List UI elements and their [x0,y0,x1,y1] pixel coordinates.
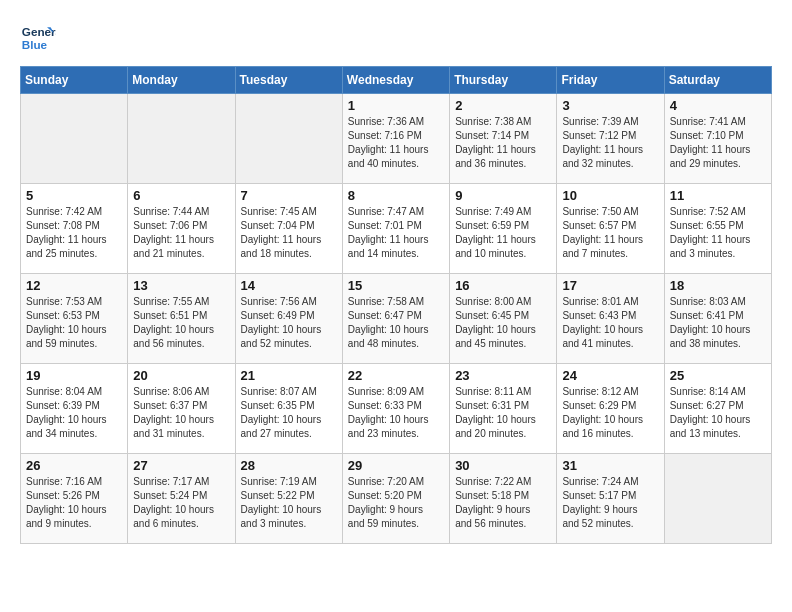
calendar-cell: 3Sunrise: 7:39 AM Sunset: 7:12 PM Daylig… [557,94,664,184]
day-info: Sunrise: 7:55 AM Sunset: 6:51 PM Dayligh… [133,295,229,351]
day-info: Sunrise: 7:22 AM Sunset: 5:18 PM Dayligh… [455,475,551,531]
calendar-table: SundayMondayTuesdayWednesdayThursdayFrid… [20,66,772,544]
calendar-cell: 24Sunrise: 8:12 AM Sunset: 6:29 PM Dayli… [557,364,664,454]
day-number: 16 [455,278,551,293]
day-number: 22 [348,368,444,383]
calendar-cell: 30Sunrise: 7:22 AM Sunset: 5:18 PM Dayli… [450,454,557,544]
svg-text:General: General [22,25,56,38]
calendar-cell: 31Sunrise: 7:24 AM Sunset: 5:17 PM Dayli… [557,454,664,544]
day-number: 31 [562,458,658,473]
day-info: Sunrise: 7:52 AM Sunset: 6:55 PM Dayligh… [670,205,766,261]
day-info: Sunrise: 7:53 AM Sunset: 6:53 PM Dayligh… [26,295,122,351]
day-number: 24 [562,368,658,383]
calendar-cell [664,454,771,544]
day-number: 8 [348,188,444,203]
calendar-cell: 22Sunrise: 8:09 AM Sunset: 6:33 PM Dayli… [342,364,449,454]
day-info: Sunrise: 7:16 AM Sunset: 5:26 PM Dayligh… [26,475,122,531]
logo: General Blue [20,20,56,56]
calendar-cell: 28Sunrise: 7:19 AM Sunset: 5:22 PM Dayli… [235,454,342,544]
day-info: Sunrise: 7:47 AM Sunset: 7:01 PM Dayligh… [348,205,444,261]
day-number: 14 [241,278,337,293]
calendar-cell: 29Sunrise: 7:20 AM Sunset: 5:20 PM Dayli… [342,454,449,544]
calendar-cell: 25Sunrise: 8:14 AM Sunset: 6:27 PM Dayli… [664,364,771,454]
day-info: Sunrise: 8:01 AM Sunset: 6:43 PM Dayligh… [562,295,658,351]
calendar-cell: 20Sunrise: 8:06 AM Sunset: 6:37 PM Dayli… [128,364,235,454]
header-sunday: Sunday [21,67,128,94]
day-number: 30 [455,458,551,473]
day-number: 7 [241,188,337,203]
calendar-week-row: 5Sunrise: 7:42 AM Sunset: 7:08 PM Daylig… [21,184,772,274]
calendar-cell: 8Sunrise: 7:47 AM Sunset: 7:01 PM Daylig… [342,184,449,274]
day-number: 13 [133,278,229,293]
day-info: Sunrise: 7:49 AM Sunset: 6:59 PM Dayligh… [455,205,551,261]
header-thursday: Thursday [450,67,557,94]
day-info: Sunrise: 8:00 AM Sunset: 6:45 PM Dayligh… [455,295,551,351]
day-info: Sunrise: 8:07 AM Sunset: 6:35 PM Dayligh… [241,385,337,441]
calendar-cell: 9Sunrise: 7:49 AM Sunset: 6:59 PM Daylig… [450,184,557,274]
day-number: 29 [348,458,444,473]
day-info: Sunrise: 7:36 AM Sunset: 7:16 PM Dayligh… [348,115,444,171]
calendar-cell [235,94,342,184]
calendar-cell: 27Sunrise: 7:17 AM Sunset: 5:24 PM Dayli… [128,454,235,544]
day-number: 17 [562,278,658,293]
day-info: Sunrise: 8:09 AM Sunset: 6:33 PM Dayligh… [348,385,444,441]
day-info: Sunrise: 7:50 AM Sunset: 6:57 PM Dayligh… [562,205,658,261]
calendar-week-row: 26Sunrise: 7:16 AM Sunset: 5:26 PM Dayli… [21,454,772,544]
calendar-cell: 17Sunrise: 8:01 AM Sunset: 6:43 PM Dayli… [557,274,664,364]
day-number: 15 [348,278,444,293]
calendar-week-row: 1Sunrise: 7:36 AM Sunset: 7:16 PM Daylig… [21,94,772,184]
day-number: 26 [26,458,122,473]
day-number: 6 [133,188,229,203]
day-number: 12 [26,278,122,293]
day-info: Sunrise: 8:11 AM Sunset: 6:31 PM Dayligh… [455,385,551,441]
day-number: 19 [26,368,122,383]
logo-icon: General Blue [20,20,56,56]
day-info: Sunrise: 7:45 AM Sunset: 7:04 PM Dayligh… [241,205,337,261]
day-info: Sunrise: 7:58 AM Sunset: 6:47 PM Dayligh… [348,295,444,351]
svg-text:Blue: Blue [22,38,48,51]
day-number: 4 [670,98,766,113]
day-info: Sunrise: 7:39 AM Sunset: 7:12 PM Dayligh… [562,115,658,171]
calendar-cell: 16Sunrise: 8:00 AM Sunset: 6:45 PM Dayli… [450,274,557,364]
day-number: 18 [670,278,766,293]
day-number: 10 [562,188,658,203]
day-info: Sunrise: 7:20 AM Sunset: 5:20 PM Dayligh… [348,475,444,531]
day-number: 23 [455,368,551,383]
day-info: Sunrise: 7:38 AM Sunset: 7:14 PM Dayligh… [455,115,551,171]
day-info: Sunrise: 7:41 AM Sunset: 7:10 PM Dayligh… [670,115,766,171]
calendar-cell: 10Sunrise: 7:50 AM Sunset: 6:57 PM Dayli… [557,184,664,274]
calendar-cell: 18Sunrise: 8:03 AM Sunset: 6:41 PM Dayli… [664,274,771,364]
day-info: Sunrise: 8:06 AM Sunset: 6:37 PM Dayligh… [133,385,229,441]
calendar-cell: 13Sunrise: 7:55 AM Sunset: 6:51 PM Dayli… [128,274,235,364]
day-info: Sunrise: 8:03 AM Sunset: 6:41 PM Dayligh… [670,295,766,351]
day-number: 3 [562,98,658,113]
day-number: 21 [241,368,337,383]
calendar-cell: 26Sunrise: 7:16 AM Sunset: 5:26 PM Dayli… [21,454,128,544]
day-info: Sunrise: 7:17 AM Sunset: 5:24 PM Dayligh… [133,475,229,531]
calendar-cell: 21Sunrise: 8:07 AM Sunset: 6:35 PM Dayli… [235,364,342,454]
calendar-cell: 5Sunrise: 7:42 AM Sunset: 7:08 PM Daylig… [21,184,128,274]
day-number: 2 [455,98,551,113]
calendar-cell: 6Sunrise: 7:44 AM Sunset: 7:06 PM Daylig… [128,184,235,274]
day-info: Sunrise: 8:04 AM Sunset: 6:39 PM Dayligh… [26,385,122,441]
day-number: 28 [241,458,337,473]
header-tuesday: Tuesday [235,67,342,94]
day-info: Sunrise: 7:19 AM Sunset: 5:22 PM Dayligh… [241,475,337,531]
header-wednesday: Wednesday [342,67,449,94]
day-number: 1 [348,98,444,113]
calendar-week-row: 19Sunrise: 8:04 AM Sunset: 6:39 PM Dayli… [21,364,772,454]
calendar-cell [21,94,128,184]
calendar-header-row: SundayMondayTuesdayWednesdayThursdayFrid… [21,67,772,94]
day-number: 5 [26,188,122,203]
day-number: 11 [670,188,766,203]
day-info: Sunrise: 8:12 AM Sunset: 6:29 PM Dayligh… [562,385,658,441]
calendar-cell: 4Sunrise: 7:41 AM Sunset: 7:10 PM Daylig… [664,94,771,184]
header-saturday: Saturday [664,67,771,94]
page-header: General Blue [20,20,772,56]
calendar-cell: 12Sunrise: 7:53 AM Sunset: 6:53 PM Dayli… [21,274,128,364]
calendar-week-row: 12Sunrise: 7:53 AM Sunset: 6:53 PM Dayli… [21,274,772,364]
calendar-cell [128,94,235,184]
header-friday: Friday [557,67,664,94]
calendar-cell: 14Sunrise: 7:56 AM Sunset: 6:49 PM Dayli… [235,274,342,364]
day-number: 20 [133,368,229,383]
